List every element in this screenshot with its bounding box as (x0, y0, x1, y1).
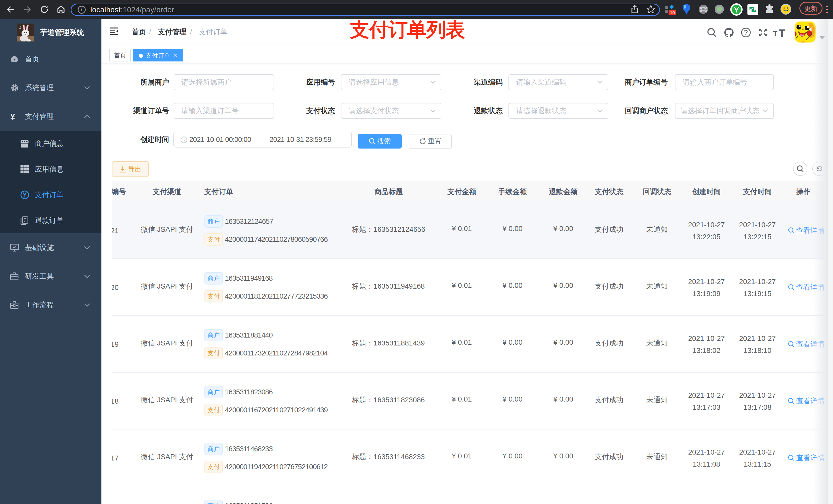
svg-text:10: 10 (670, 10, 675, 15)
